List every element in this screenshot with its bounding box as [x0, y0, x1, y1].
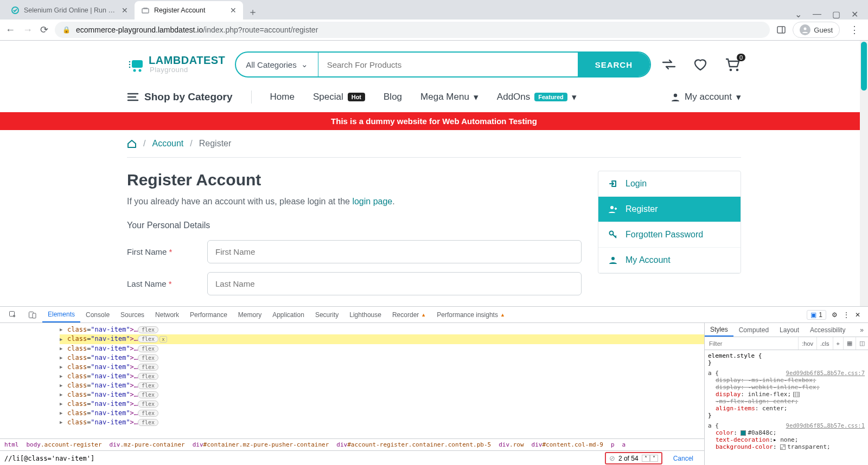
settings-icon[interactable]: ⚙ [832, 311, 838, 319]
first-name-field[interactable] [207, 240, 582, 263]
color-swatch[interactable] [780, 444, 786, 450]
compare-icon[interactable] [661, 57, 677, 72]
dom-node[interactable]: ▶ class="nav-item">…flex [60, 372, 704, 381]
source-link[interactable]: 9ed09db6f85…8b57e.css:7 [786, 370, 865, 377]
nav-mega-menu[interactable]: Mega Menu ▾ [420, 92, 478, 103]
source-link[interactable]: 9ed09db6f85…8b57e.css:1 [786, 422, 865, 429]
devtools-tab-security[interactable]: Security [310, 307, 344, 322]
nav-home[interactable]: Home [270, 92, 295, 102]
menu-icon[interactable]: ⋮ [846, 24, 863, 36]
close-icon[interactable]: ✕ [122, 6, 128, 15]
devtools-tab-performance[interactable]: Performance [184, 307, 233, 322]
sidebar-item-my-account[interactable]: My Account [598, 248, 741, 273]
device-icon[interactable] [23, 307, 42, 322]
nav-my-account[interactable]: My account ▾ [671, 92, 741, 103]
inspect-icon[interactable] [3, 307, 23, 322]
prev-match-icon[interactable]: ˄ [642, 455, 650, 462]
close-icon[interactable]: ✕ [230, 6, 237, 15]
breadcrumb-home[interactable] [127, 139, 137, 148]
more-icon[interactable]: » [856, 326, 868, 334]
search-button[interactable]: SEARCH [578, 53, 650, 76]
nav-special[interactable]: Special Hot [313, 92, 365, 102]
dom-breadcrumb[interactable]: htmlbody.account-registerdiv.mz-pure-con… [0, 438, 704, 450]
hov-button[interactable]: :hov [798, 337, 816, 350]
dom-node[interactable]: ▶ class="nav-item">…flexx [60, 334, 704, 344]
last-name-field[interactable] [207, 272, 582, 295]
new-tab-button[interactable]: ＋ [245, 4, 260, 20]
reload-icon[interactable]: ⟳ [40, 24, 48, 36]
dom-node[interactable]: ▶ class="nav-item">…flex [60, 381, 704, 390]
nav-blog[interactable]: Blog [384, 92, 402, 102]
wishlist-icon[interactable] [692, 57, 709, 72]
search-category-select[interactable]: All Categories ⌄ [236, 53, 318, 76]
kebab-icon[interactable]: ⋮ [843, 311, 850, 319]
minimize-icon[interactable]: — [813, 9, 821, 20]
dom-node[interactable]: ▶ class="nav-item">…flex [60, 353, 704, 363]
crumb[interactable]: div#account-register.container.content.p… [336, 441, 491, 448]
crumb[interactable]: a [622, 441, 626, 448]
cls-button[interactable]: .cls [816, 337, 833, 350]
dom-node[interactable]: ▶ class="nav-item">…flex [60, 409, 704, 418]
dom-node[interactable]: ▶ class="nav-item">…flex [60, 363, 704, 372]
breadcrumb-account[interactable]: Account [152, 139, 183, 148]
devtools-tab-performance-insights[interactable]: Performance insights ▲ [431, 307, 510, 322]
styles-tab-styles[interactable]: Styles [705, 323, 733, 337]
tab-inactive[interactable]: Selenium Grid Online | Run Selen ✕ [4, 1, 135, 20]
styles-tab-computed[interactable]: Computed [733, 323, 774, 337]
guest-profile[interactable]: Guest [793, 22, 840, 38]
nav-addons[interactable]: AddOns Featured ▾ [497, 92, 577, 103]
login-page-link[interactable]: login page [352, 197, 392, 206]
devtools-tab-network[interactable]: Network [150, 307, 184, 322]
crumb[interactable]: div.row [499, 441, 524, 448]
styles-rules[interactable]: element.style { } a {9ed09db6f85…8b57e.c… [705, 350, 868, 465]
crumb[interactable]: html [4, 441, 19, 448]
scrollbar-thumb[interactable] [861, 42, 867, 91]
logo[interactable]: LAMBDATEST Playground [127, 55, 225, 74]
devtools-tab-sources[interactable]: Sources [115, 307, 150, 322]
page-scrollbar[interactable] [860, 41, 868, 306]
crumb[interactable]: body.account-register [27, 441, 102, 448]
panel-toggle-icon[interactable] [776, 25, 786, 35]
dom-node[interactable]: ▶ class="nav-item">…flex [60, 399, 704, 409]
crumb[interactable]: div#container.mz-pure-pusher-container [193, 441, 329, 448]
styles-tab-layout[interactable]: Layout [774, 323, 805, 337]
shop-by-category[interactable]: Shop by Category [127, 91, 233, 103]
sidebar-item-login[interactable]: Login [598, 171, 741, 197]
crumb[interactable]: p [611, 441, 615, 448]
cancel-button[interactable]: Cancel [667, 455, 700, 462]
caret-down-icon[interactable]: ⌄ [795, 9, 802, 20]
close-icon[interactable]: ✕ [855, 311, 860, 319]
back-icon[interactable]: ← [5, 24, 15, 36]
devtools-tab-recorder[interactable]: Recorder ▲ [387, 307, 431, 322]
crumb[interactable]: div.mz-pure-container [110, 441, 185, 448]
color-swatch[interactable] [741, 430, 746, 436]
issues-button[interactable]: ▣ 1 [807, 310, 826, 320]
panel-toggle-icon[interactable]: ◫ [856, 337, 868, 350]
next-match-icon[interactable]: ˅ [650, 455, 658, 462]
devtools-tab-console[interactable]: Console [80, 307, 115, 322]
flex-icon[interactable] [793, 392, 800, 397]
cart-icon[interactable]: 0 [724, 57, 741, 72]
search-input[interactable] [318, 60, 578, 69]
devtools-tab-memory[interactable]: Memory [233, 307, 267, 322]
dom-node[interactable]: ▶ class="nav-item">…flex [60, 344, 704, 353]
dom-tree[interactable]: ▶ class="nav-item">…flex▶ class="nav-ite… [0, 323, 704, 438]
crumb[interactable]: div#content.col-md-9 [532, 441, 603, 448]
dom-node[interactable]: ▶ class="nav-item">…flex [60, 325, 704, 334]
sidebar-item-forgot[interactable]: Forgotten Password [598, 222, 741, 248]
url-input[interactable]: 🔒 ecommerce-playground.lambdatest.io/ind… [55, 22, 770, 38]
dom-node[interactable]: ▶ class="nav-item">…flex [60, 390, 704, 399]
tab-active[interactable]: Register Account ✕ [135, 1, 243, 20]
computed-toggle-icon[interactable]: ▦ [843, 337, 856, 350]
dom-search-input[interactable] [4, 455, 601, 462]
clear-icon[interactable]: ⊘ [609, 454, 615, 462]
styles-tab-accessibility[interactable]: Accessibility [805, 323, 851, 337]
dom-node[interactable]: ▶ class="nav-item">…flex [60, 418, 704, 427]
sidebar-item-register[interactable]: Register [598, 197, 741, 222]
devtools-tab-lighthouse[interactable]: Lighthouse [344, 307, 387, 322]
add-rule-icon[interactable]: + [833, 337, 843, 350]
close-window-icon[interactable]: ✕ [851, 9, 858, 20]
maximize-icon[interactable]: ▢ [832, 9, 840, 20]
devtools-tab-elements[interactable]: Elements [42, 307, 80, 322]
devtools-tab-application[interactable]: Application [267, 307, 310, 322]
